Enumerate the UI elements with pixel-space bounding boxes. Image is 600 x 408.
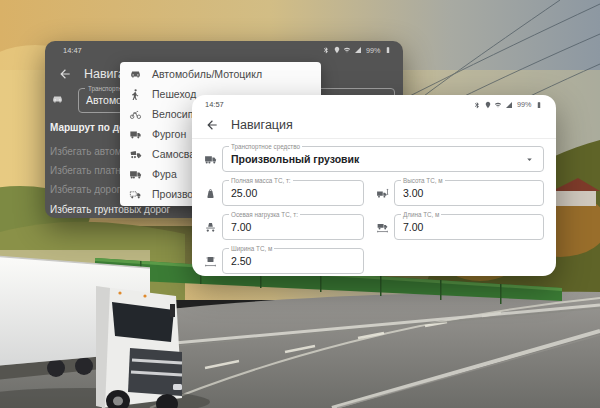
van-icon	[129, 128, 142, 141]
length-field[interactable]: Длина ТС, м7.00	[394, 214, 544, 240]
menu-item-label: Пешеход	[152, 88, 196, 100]
vehicle-select-row: Транспортное средство Произвольный грузо…	[204, 146, 544, 172]
field-label: Длина ТС, м	[401, 211, 441, 219]
vehicle-select[interactable]: Транспортное средство Произвольный грузо…	[222, 146, 544, 172]
battery-icon	[384, 46, 392, 54]
battery-icon	[535, 101, 543, 109]
field-label: Высота ТС, м	[401, 177, 445, 185]
back-arrow-icon[interactable]	[205, 118, 219, 132]
vehicle-params-form: Транспортное средство Произвольный грузо…	[204, 146, 544, 274]
field-icon-cell	[204, 180, 222, 206]
light-navigation-screen: 14:57 99% Навигация Транспортное средств…	[192, 95, 556, 276]
status-time: 14:47	[63, 46, 82, 55]
battery-level: 99%	[366, 46, 380, 55]
semi-truck-icon	[129, 168, 142, 181]
menu-item-label: Автомобиль/Мотоцикл	[152, 68, 262, 80]
chevron-down-icon[interactable]	[524, 154, 535, 165]
height-field[interactable]: Высота ТС, м3.00	[394, 180, 544, 206]
truck-length-icon	[376, 221, 389, 234]
signal-icon	[354, 46, 362, 54]
field-icon-cell	[204, 248, 222, 274]
gross-weight-field[interactable]: Полная масса ТС, т:25.00	[222, 180, 364, 206]
light-header: Навигация	[192, 111, 556, 139]
car-icon	[129, 68, 142, 81]
field-label: Ширина ТС, м	[229, 245, 274, 253]
bluetooth-icon	[473, 101, 481, 109]
axle-load-field[interactable]: Осевая нагрузка ТС, т:7.00	[222, 214, 364, 240]
status-icons: 99%	[473, 100, 543, 109]
location-icon	[484, 101, 492, 109]
field-icon-cell	[376, 214, 394, 240]
back-arrow-icon[interactable]	[58, 67, 72, 81]
screenshot-root: 14:47 99% Навигация Транспортное средств…	[0, 0, 600, 408]
menu-item-car[interactable]: Автомобиль/Мотоцикл	[120, 64, 321, 84]
page-title: Навигация	[231, 118, 293, 132]
field-label: Осевая нагрузка ТС, т:	[229, 211, 300, 219]
field-icon-cell	[204, 214, 222, 240]
signal-icon	[505, 101, 513, 109]
location-icon	[333, 46, 341, 54]
status-icons: 99%	[322, 46, 392, 55]
axle-load-icon	[204, 221, 217, 234]
bluetooth-icon	[322, 46, 330, 54]
status-time: 14:57	[205, 100, 224, 109]
bicycle-icon	[129, 108, 142, 121]
light-status-bar: 14:57 99%	[205, 99, 543, 110]
field-icon-cell	[376, 180, 394, 206]
width-field[interactable]: Ширина ТС, м2.50	[222, 248, 364, 274]
truck-icon	[204, 153, 217, 166]
dump-truck-icon	[129, 148, 142, 161]
truck-width-icon	[204, 255, 217, 268]
menu-item-label: Фургон	[152, 128, 186, 140]
field-label: Транспортное средство	[229, 143, 302, 151]
menu-item-label: Фура	[152, 168, 177, 180]
wifi-icon	[343, 46, 351, 54]
pedestrian-icon	[129, 88, 142, 101]
custom-truck-icon	[129, 188, 142, 201]
wifi-icon	[494, 101, 502, 109]
car-icon	[51, 93, 64, 106]
truck-height-icon	[376, 187, 389, 200]
battery-level: 99%	[517, 100, 531, 109]
weight-icon	[204, 187, 217, 200]
dark-status-bar: 14:47 99%	[63, 44, 392, 56]
params-grid: Полная масса ТС, т:25.00Высота ТС, м3.00…	[204, 180, 544, 274]
field-label: Полная масса ТС, т:	[229, 177, 293, 185]
